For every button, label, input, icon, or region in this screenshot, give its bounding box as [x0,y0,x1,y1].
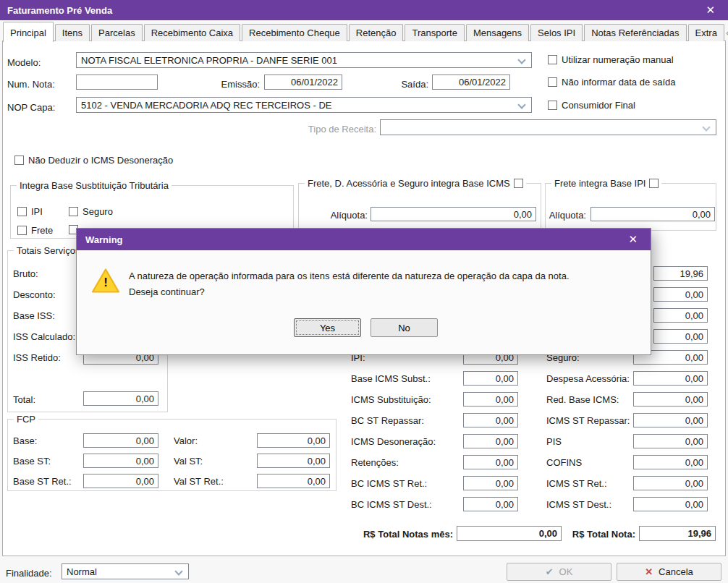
fcp-base-st-ret-field[interactable] [83,474,158,488]
fcp-base-st-field[interactable] [83,454,158,468]
emissao-field[interactable] [264,75,342,90]
window-title: Faturamento Pré Venda [7,5,112,16]
total-produtos-field-2[interactable] [653,287,708,302]
finalidade-label: Finalidade: [6,568,52,579]
cofins-field[interactable] [633,455,708,469]
bc-icms-st-dest-field[interactable] [463,497,518,511]
aliquota-ipi-field[interactable] [591,207,715,221]
tab-label: Itens [62,27,82,38]
bc-icms-st-dest-label: BC ICMS ST Dest.: [351,499,432,510]
saida-field[interactable] [432,75,510,90]
cofins-label: COFINS [546,457,582,468]
total-servicos-field[interactable] [83,391,158,406]
tab-label: Extra [695,27,717,38]
fcp-valor-field[interactable] [257,433,330,448]
cancela-button[interactable]: ✕ Cancela [617,563,721,581]
aliquota-ipi-label: Alíquota: [543,210,586,221]
icms-st-dest-field[interactable] [633,497,708,511]
yes-button[interactable]: Yes [294,318,361,337]
bc-icms-st-ret-field[interactable] [463,476,518,490]
tab-recebimento-cheque[interactable]: Recebimento Cheque [242,24,347,41]
ok-button[interactable]: ✔ OK [507,563,611,581]
warning-message: A natureza de operação informada para os… [129,271,638,282]
base-icms-subst-field[interactable] [463,371,518,386]
num-nota-field[interactable] [76,75,158,90]
icms-st-ret-label: ICMS ST Ret.: [546,478,607,489]
consumidor-final-checkbox[interactable]: Consumidor Final [548,100,635,111]
nao-informar-data-saida-checkbox[interactable]: Não informar data de saída [548,77,676,88]
frete-ipi-group-title[interactable]: Frete integra Base IPI [551,178,661,189]
tab-label: Mensagens [473,27,522,38]
aliquota-icms-field[interactable] [371,207,536,221]
icms-st-repassar-field[interactable] [633,413,708,427]
total-produtos-field-4[interactable] [653,329,708,344]
group-label: Totais Serviços [17,245,80,256]
group-label: Integra Base Susbtituição Tributária [20,180,169,191]
checkbox-box-icon [69,207,78,216]
tab-bar: Principal Itens Parcelas Recebimento Cai… [0,21,728,41]
icms-st-dest-label: ICMS ST Dest.: [546,499,611,510]
retencoes-field[interactable] [463,455,518,469]
total-notas-mes-field[interactable] [457,526,562,541]
icms-desoneracao-label: ICMS Desoneração: [351,436,436,447]
tab-parcelas[interactable]: Parcelas [91,24,143,41]
bc-st-repassar-field[interactable] [463,413,518,427]
integra-seguro-checkbox[interactable]: Seguro [69,206,113,217]
nop-capa-combo[interactable]: 5102 - VENDA MERCADORIA ADQ REC TERCEIRO… [76,97,532,113]
window-titlebar: Faturamento Pré Venda ✕ [0,0,728,20]
integra-base-group-title: Integra Base Susbtituição Tributária [17,180,172,191]
warning-dialog-titlebar: Warning ✕ [77,229,651,250]
warning-dialog: Warning ✕ ! A natureza de operação infor… [76,228,651,355]
integra-frete-checkbox[interactable]: Frete [17,225,53,236]
close-icon[interactable]: ✕ [700,4,721,17]
red-base-icms-field[interactable] [633,392,708,407]
fcp-base-st-label: Base ST: [13,456,51,467]
despesa-acessoria-field[interactable] [633,371,708,386]
tipo-receita-label: Tipo de Receita: [302,124,376,135]
tab-recebimento-caixa[interactable]: Recebimento Caixa [144,24,240,41]
fcp-val-st-field[interactable] [257,454,330,468]
icms-substituicao-field[interactable] [463,392,518,407]
frete-icms-group-title[interactable]: Frete, D. Acessória e Seguro integra Bas… [305,178,526,189]
tab-itens[interactable]: Itens [55,24,90,41]
no-button[interactable]: No [371,318,438,337]
group-label: FCP [17,414,35,425]
checkbox-box-icon[interactable] [514,179,523,188]
tab-mensagens[interactable]: Mensagens [466,24,529,41]
tipo-receita-combo[interactable] [380,119,716,135]
tab-notas-referenciadas[interactable]: Notas Referênciadas [584,24,686,41]
tab-retencao[interactable]: Retenção [349,24,404,41]
tab-label: Retenção [356,27,397,38]
pis-label: PIS [546,436,562,447]
bc-st-repassar-label: BC ST Repassar: [351,415,424,426]
nao-deduzir-icms-checkbox[interactable]: Não Deduzir o ICMS Desoneração [14,155,173,166]
iss-retido-label: ISS Retido: [13,352,61,363]
fcp-val-st-ret-field[interactable] [257,474,330,488]
group-label: Frete, D. Acessória e Seguro integra Bas… [308,178,510,189]
checkbox-box-icon[interactable] [649,179,659,188]
checkbox-label: Não informar data de saída [562,77,676,88]
tab-transporte[interactable]: Transporte [405,24,464,41]
integra-ipi-checkbox[interactable]: IPI [17,206,43,217]
chevron-down-icon [702,123,710,131]
tab-selos-ipi[interactable]: Selos IPI [530,24,583,41]
chevron-down-icon [517,101,525,108]
tab-extra[interactable]: Extra [688,24,724,41]
total-servicos-label: Total: [13,394,35,405]
fcp-base-field[interactable] [83,433,158,448]
chevron-down-icon [174,567,182,575]
icms-desoneracao-field[interactable] [463,434,518,448]
total-produtos-field-1[interactable] [653,266,708,281]
tab-principal[interactable]: Principal [3,22,54,42]
warning-dialog-title: Warning [85,234,123,245]
finalidade-combo[interactable]: Normal [62,563,189,579]
total-nota-field[interactable] [639,526,716,541]
tab-label: Transporte [412,27,457,38]
modelo-combo[interactable]: NOTA FISCAL ELETRONICA PROPRIA - DANFE S… [76,52,532,68]
icms-st-ret-field[interactable] [633,476,708,490]
utilizar-numeracao-manual-checkbox[interactable]: Utilizar numeração manual [548,54,674,65]
pis-field[interactable] [633,434,708,448]
close-icon[interactable]: ✕ [624,233,642,246]
fcp-valor-label: Valor: [174,435,198,446]
total-produtos-field-3[interactable] [653,308,708,323]
